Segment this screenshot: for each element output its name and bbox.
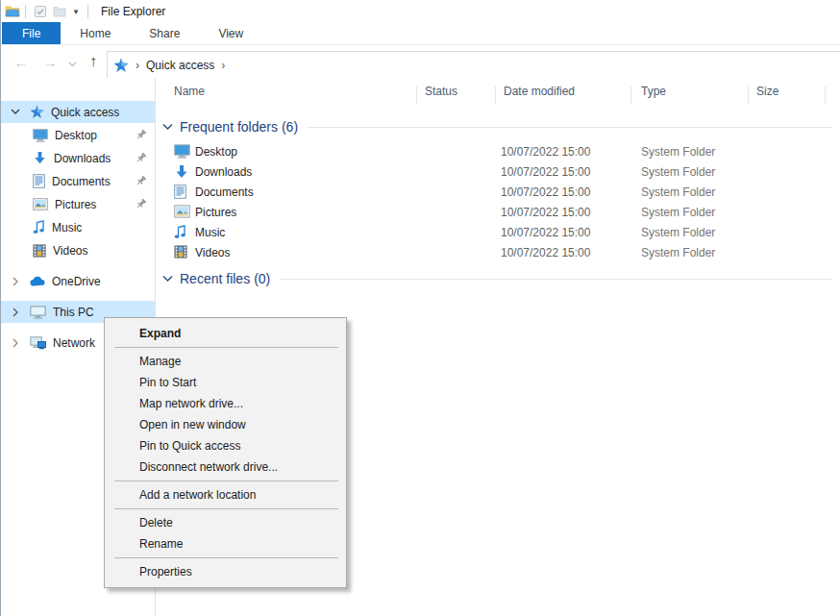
- documents-icon: [174, 185, 186, 199]
- column-divider[interactable]: [630, 86, 631, 105]
- sidebar-item-quick-access[interactable]: Quick access: [1, 101, 155, 123]
- menu-separator: [114, 557, 338, 558]
- file-row-desktop[interactable]: Desktop 10/07/2022 15:00 System Folder: [156, 142, 840, 162]
- sidebar-item-pictures[interactable]: Pictures: [1, 193, 155, 215]
- pin-icon: [136, 152, 147, 163]
- menu-item-manage[interactable]: Manage: [105, 351, 346, 372]
- sidebar-item-label: Downloads: [54, 152, 111, 165]
- sidebar-item-label: Music: [52, 221, 82, 234]
- recent-locations-dropdown-icon[interactable]: [64, 55, 80, 69]
- file-date-modified: 10/07/2022 15:00: [501, 165, 590, 179]
- column-divider[interactable]: [416, 86, 417, 105]
- group-label: Recent files: [180, 271, 250, 286]
- up-button[interactable]: ↑: [80, 54, 107, 69]
- menu-item-pin-to-quick-access[interactable]: Pin to Quick access: [105, 435, 346, 456]
- column-header-name[interactable]: Name: [174, 85, 205, 98]
- menu-item-add-a-network-location[interactable]: Add a network location: [105, 484, 346, 505]
- file-name: Desktop: [195, 145, 237, 159]
- file-type: System Folder: [641, 246, 715, 259]
- this-pc-context-menu: Expand Manage Pin to Start Map network d…: [104, 317, 347, 588]
- chevron-right-icon[interactable]: [10, 338, 21, 348]
- address-bar[interactable]: › Quick access ›: [107, 51, 840, 79]
- menu-item-rename[interactable]: Rename: [105, 533, 346, 554]
- documents-icon: [33, 174, 45, 188]
- group-count: (0): [254, 271, 270, 286]
- breadcrumb-quick-access[interactable]: Quick access: [146, 59, 214, 72]
- tab-file[interactable]: File: [2, 22, 61, 44]
- file-row-music[interactable]: Music 10/07/2022 15:00 System Folder: [156, 223, 840, 243]
- menu-separator: [114, 347, 338, 348]
- file-type: System Folder: [641, 145, 715, 159]
- sidebar-item-label: Documents: [52, 175, 111, 188]
- sidebar-item-label: Videos: [53, 244, 87, 258]
- sidebar-item-onedrive[interactable]: OneDrive: [1, 270, 155, 292]
- ribbon-tab-bar: File Home Share View: [1, 22, 840, 45]
- tab-view[interactable]: View: [199, 22, 262, 44]
- sidebar-item-music[interactable]: Music: [1, 216, 155, 238]
- sidebar-item-label: Quick access: [51, 106, 119, 119]
- menu-item-disconnect-network-drive[interactable]: Disconnect network drive...: [105, 456, 346, 478]
- back-button[interactable]: ←: [7, 55, 36, 69]
- menu-item-expand[interactable]: Expand: [105, 323, 346, 344]
- sidebar-item-videos[interactable]: Videos: [1, 239, 155, 261]
- file-date-modified: 10/07/2022 15:00: [501, 206, 590, 219]
- menu-separator: [114, 508, 338, 509]
- menu-item-map-network-drive[interactable]: Map network drive...: [105, 393, 346, 414]
- forward-button[interactable]: →: [36, 55, 64, 69]
- desktop-icon: [33, 129, 48, 142]
- sidebar-item-label: Pictures: [55, 198, 96, 211]
- chevron-down-icon[interactable]: [162, 275, 173, 283]
- onedrive-icon: [30, 276, 45, 286]
- file-name: Pictures: [195, 206, 236, 219]
- file-name: Music: [195, 226, 225, 239]
- titlebar-separator: [87, 5, 88, 18]
- customize-quick-access-toolbar-dropdown-icon[interactable]: ▾: [69, 7, 83, 16]
- file-type: System Folder: [641, 185, 715, 199]
- file-row-documents[interactable]: Documents 10/07/2022 15:00 System Folder: [156, 183, 840, 203]
- menu-item-properties[interactable]: Properties: [105, 561, 346, 582]
- sidebar-item-downloads[interactable]: Downloads: [1, 147, 155, 169]
- chevron-down-icon[interactable]: [162, 123, 173, 131]
- quick-access-star-icon: [30, 105, 44, 119]
- file-row-pictures[interactable]: Pictures 10/07/2022 15:00 System Folder: [156, 203, 840, 223]
- videos-icon: [174, 245, 187, 259]
- file-explorer-window: ▾ File Explorer File Home Share View ← →…: [0, 0, 840, 616]
- column-header-type[interactable]: Type: [641, 85, 666, 98]
- tab-home[interactable]: Home: [61, 22, 130, 44]
- this-pc-icon: [30, 306, 46, 319]
- properties-button[interactable]: [31, 3, 50, 20]
- column-header-size[interactable]: Size: [756, 85, 778, 98]
- sidebar-item-desktop[interactable]: Desktop: [1, 124, 155, 146]
- menu-item-delete[interactable]: Delete: [105, 512, 346, 533]
- menu-item-open-in-new-window[interactable]: Open in new window: [105, 414, 346, 435]
- new-folder-button[interactable]: [50, 3, 69, 20]
- file-row-downloads[interactable]: Downloads 10/07/2022 15:00 System Folder: [156, 162, 840, 183]
- navigation-toolbar: ← → ↑ › Quick access ›: [1, 45, 840, 79]
- breadcrumb-chevron-icon[interactable]: ›: [221, 59, 225, 72]
- column-divider[interactable]: [825, 86, 826, 105]
- column-divider[interactable]: [495, 86, 496, 105]
- tab-share[interactable]: Share: [130, 22, 199, 44]
- column-header-status[interactable]: Status: [425, 85, 457, 98]
- breadcrumb-chevron-icon[interactable]: ›: [136, 59, 139, 72]
- column-header-date-modified[interactable]: Date modified: [504, 85, 575, 98]
- file-row-videos[interactable]: Videos 10/07/2022 15:00 System Folder: [156, 243, 840, 263]
- chevron-down-icon[interactable]: [10, 109, 21, 115]
- downloads-icon: [33, 151, 47, 165]
- chevron-right-icon[interactable]: [10, 308, 21, 317]
- chevron-right-icon[interactable]: [10, 277, 21, 286]
- group-rule: [280, 279, 832, 280]
- pictures-icon: [33, 198, 48, 210]
- pin-icon: [136, 175, 147, 186]
- pictures-icon: [174, 205, 190, 218]
- titlebar-separator: [25, 5, 26, 18]
- sidebar-item-documents[interactable]: Documents: [1, 170, 155, 192]
- desktop-icon: [174, 144, 190, 159]
- menu-item-pin-to-start[interactable]: Pin to Start: [105, 372, 346, 393]
- file-name: Videos: [195, 246, 230, 259]
- music-icon: [33, 220, 45, 234]
- column-divider[interactable]: [748, 86, 749, 105]
- group-header-recent-files[interactable]: Recent files (0): [162, 270, 840, 287]
- group-header-frequent-folders[interactable]: Frequent folders (6): [162, 118, 840, 136]
- menu-separator: [114, 480, 338, 481]
